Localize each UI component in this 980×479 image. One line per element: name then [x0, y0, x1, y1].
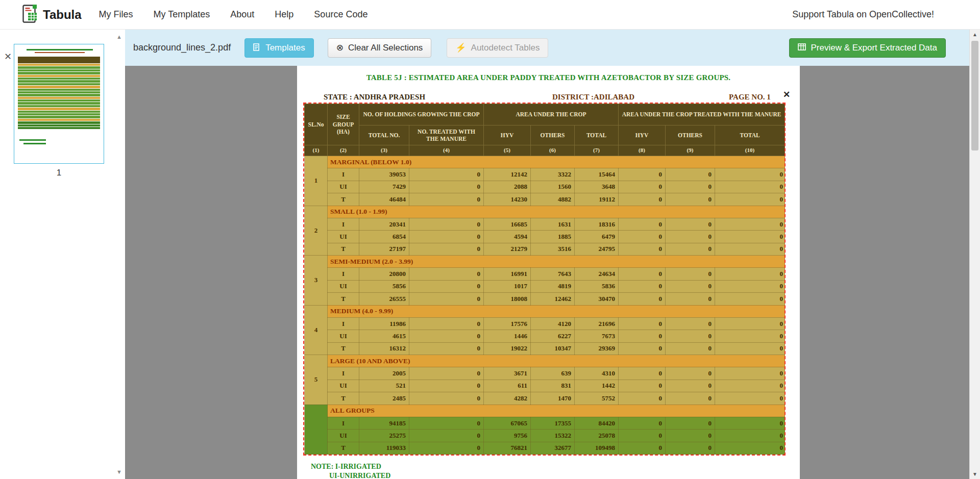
thumbnail-row [18, 89, 100, 91]
thumbnail-row [18, 116, 100, 118]
nav-link-about[interactable]: About [230, 9, 254, 20]
support-opencollective-link[interactable]: Support Tabula on OpenCollective! [792, 9, 934, 20]
scroll-down-icon[interactable]: ▼ [970, 471, 980, 477]
sidebar-scroll-down-icon[interactable]: ▼ [116, 469, 122, 475]
doc-page-number: PAGE NO. 1 [729, 93, 771, 102]
thumbnail-row [18, 86, 100, 88]
thumbnail-row [18, 83, 100, 85]
thumbnail-note-line [19, 139, 46, 141]
thumbnail-row [18, 80, 100, 82]
thumbnail-row [18, 105, 100, 107]
nav-link-my-files[interactable]: My Files [99, 9, 133, 20]
thumbnail-row [18, 113, 100, 115]
scroll-up-icon[interactable]: ▲ [970, 32, 980, 37]
thumbnail-row [18, 69, 100, 71]
thumbnail-row [18, 127, 100, 129]
tabula-brand[interactable]: Tabula [22, 5, 82, 25]
preview-export-button[interactable]: Preview & Export Extracted Data [789, 38, 946, 58]
doc-note-irrigated: NOTE: I-IRRIGATED [311, 463, 381, 471]
nav-link-source-code[interactable]: Source Code [314, 9, 368, 20]
thumbnail-row [18, 102, 100, 104]
thumbnail-title-line [27, 49, 93, 51]
thumbnail-row [18, 91, 100, 93]
thumbnail-row [18, 119, 100, 121]
top-navbar: Tabula My Files My Templates About Help … [0, 0, 980, 30]
thumbnail-table-header [18, 57, 100, 63]
thumbnail-row [18, 66, 100, 68]
tabula-logo-icon [22, 5, 38, 25]
thumbnail-mini-table [18, 57, 100, 130]
lightning-icon: ⚡ [455, 43, 466, 52]
nav-link-my-templates[interactable]: My Templates [154, 9, 210, 20]
doc-state: STATE : ANDHRA PRADESH [324, 93, 425, 102]
clear-button-label: Clear All Selections [348, 43, 423, 53]
export-button-label: Preview & Export Extracted Data [811, 43, 937, 53]
thumbnail-row [18, 108, 100, 110]
autodetect-button-label: Autodetect Tables [471, 43, 540, 53]
brand-name: Tabula [43, 8, 82, 22]
thumbnail-row [18, 72, 100, 74]
scrollbar-thumb[interactable] [971, 41, 978, 150]
thumbnail-row [18, 78, 100, 80]
thumbnail-row [18, 124, 100, 127]
main-scrollbar[interactable]: ▲ ▼ [969, 30, 980, 479]
toolbar: background_lines_2.pdf Templates ⊗ Clear… [125, 30, 969, 66]
nav-link-help[interactable]: Help [275, 9, 293, 20]
clear-selections-icon: ⊗ [336, 43, 344, 52]
thumbnail-row [18, 121, 100, 123]
doc-title: TABLE 5J : ESTIMATED AREA UNDER PADDY TR… [297, 73, 800, 82]
thumbnail-row [18, 75, 100, 77]
remove-page-icon[interactable]: ✕ [4, 51, 12, 62]
page-thumbnail[interactable] [14, 44, 104, 164]
doc-note-unirrigated: UI-UNIRRIGATED [329, 472, 390, 479]
autodetect-tables-button[interactable]: ⚡ Autodetect Tables [447, 38, 548, 58]
current-filename: background_lines_2.pdf [133, 42, 231, 53]
page-thumbnails-sidebar: ✕ 1 ▲ ▼ [0, 30, 125, 479]
pdf-page[interactable]: TABLE 5J : ESTIMATED AREA UNDER PADDY TR… [297, 66, 800, 479]
templates-button-label: Templates [265, 43, 305, 53]
thumbnail-row [18, 97, 100, 99]
template-upload-icon [253, 43, 261, 53]
thumbnail-page-number: 1 [14, 168, 104, 178]
export-table-icon [798, 43, 806, 52]
thumbnail-subtitle-line [35, 52, 85, 53]
thumbnail-note-line [23, 143, 46, 144]
thumbnail-row [18, 94, 100, 96]
nav-links: My Files My Templates About Help Source … [99, 9, 368, 20]
thumbnail-row [18, 99, 100, 102]
table-selection-box[interactable] [303, 103, 786, 456]
templates-button[interactable]: Templates [244, 38, 313, 58]
thumbnail-row [18, 64, 100, 66]
clear-all-selections-button[interactable]: ⊗ Clear All Selections [328, 38, 432, 58]
sidebar-scroll-up-icon[interactable]: ▲ [116, 34, 122, 40]
doc-district: DISTRICT :ADILABAD [552, 93, 634, 102]
pdf-viewer-area: TABLE 5J : ESTIMATED AREA UNDER PADDY TR… [125, 66, 969, 479]
remove-selection-icon[interactable]: ✕ [783, 89, 790, 100]
thumbnail-row [18, 111, 100, 113]
